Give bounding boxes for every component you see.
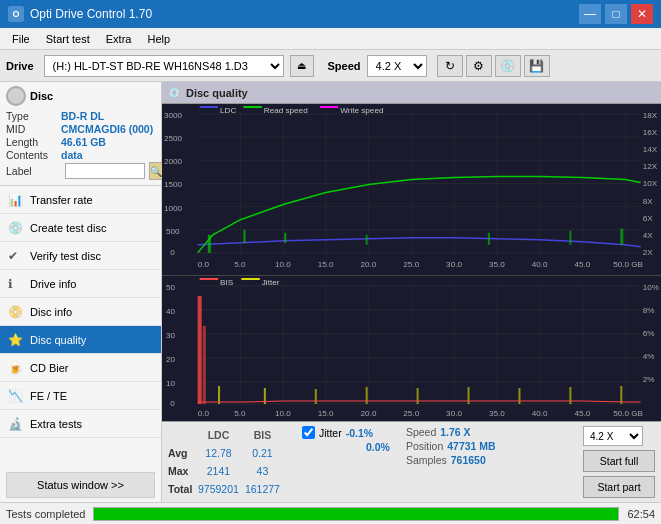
sidebar-item-extra-tests[interactable]: 🔬 Extra tests — [0, 410, 161, 438]
verify-test-icon: ✔ — [8, 249, 24, 263]
max-bis: 43 — [245, 462, 286, 480]
svg-text:10%: 10% — [643, 283, 659, 292]
sidebar-item-label: Drive info — [30, 278, 76, 290]
sidebar-item-verify-test-disc[interactable]: ✔ Verify test disc — [0, 242, 161, 270]
menu-help[interactable]: Help — [139, 31, 178, 47]
svg-text:BIS: BIS — [220, 278, 233, 287]
disc-label-label: Label — [6, 165, 61, 177]
svg-text:3000: 3000 — [164, 111, 183, 120]
samples-row: Samples 761650 — [406, 454, 496, 466]
position-label: Position — [406, 440, 443, 452]
menu-file[interactable]: File — [4, 31, 38, 47]
speed-select[interactable]: 4.2 X — [367, 55, 427, 77]
sidebar-item-label: Transfer rate — [30, 194, 93, 206]
sidebar-item-disc-info[interactable]: 📀 Disc info — [0, 298, 161, 326]
svg-rect-52 — [200, 106, 218, 108]
sidebar-item-cd-bier[interactable]: 🍺 CD Bier — [0, 354, 161, 382]
disc-panel-title: Disc — [30, 90, 53, 102]
sidebar-item-transfer-rate[interactable]: 📊 Transfer rate — [0, 186, 161, 214]
svg-text:4X: 4X — [643, 231, 654, 240]
start-part-button[interactable]: Start part — [583, 476, 655, 498]
svg-text:50.0 GB: 50.0 GB — [613, 260, 643, 269]
sidebar-item-label: FE / TE — [30, 390, 67, 402]
svg-text:0.0: 0.0 — [198, 260, 210, 269]
sidebar: Disc Type BD-R DL MID CMCMAGDI6 (000) Le… — [0, 82, 162, 502]
maximize-button[interactable]: □ — [605, 4, 627, 24]
jitter-speed-panel: Jitter -0.1% 0.0% — [302, 426, 390, 498]
svg-rect-75 — [198, 296, 202, 404]
start-full-button[interactable]: Start full — [583, 450, 655, 472]
nav-items: 📊 Transfer rate 💿 Create test disc ✔ Ver… — [0, 186, 161, 438]
label-search-button[interactable]: 🔍 — [149, 162, 163, 180]
eject-button[interactable]: ⏏ — [290, 55, 314, 77]
total-ldc: 9759201 — [198, 480, 245, 498]
drive-select[interactable]: (H:) HL-DT-ST BD-RE WH16NS48 1.D3 — [44, 55, 284, 77]
title-bar-left: O Opti Drive Control 1.70 — [8, 6, 152, 22]
svg-text:10.0: 10.0 — [275, 260, 291, 269]
svg-text:30: 30 — [166, 331, 176, 340]
disc-quality-icon: ⭐ — [8, 333, 24, 347]
ldc-header: LDC — [198, 426, 245, 444]
svg-text:1000: 1000 — [164, 204, 183, 213]
speed-val-label: Speed — [406, 426, 436, 438]
disc-length-value: 46.61 GB — [61, 136, 106, 148]
close-button[interactable]: ✕ — [631, 4, 653, 24]
sidebar-item-disc-quality[interactable]: ⭐ Disc quality — [0, 326, 161, 354]
svg-text:25.0: 25.0 — [403, 260, 419, 269]
status-window-button[interactable]: Status window >> — [6, 472, 155, 498]
svg-text:6X: 6X — [643, 214, 654, 223]
svg-text:15.0: 15.0 — [318, 260, 334, 269]
top-chart-svg: 3000 2500 2000 1500 1000 500 0 18X 16X 1… — [162, 104, 661, 275]
progress-bar — [93, 507, 619, 521]
svg-text:20.0: 20.0 — [361, 260, 377, 269]
test-speed-select[interactable]: 4.2 X — [583, 426, 643, 446]
svg-text:0.0: 0.0 — [198, 409, 210, 418]
svg-text:Jitter: Jitter — [262, 278, 280, 287]
disc-length-label: Length — [6, 136, 61, 148]
svg-text:0: 0 — [170, 399, 175, 408]
svg-text:12X: 12X — [643, 162, 658, 171]
jitter-checkbox[interactable] — [302, 426, 315, 439]
svg-text:30.0: 30.0 — [446, 409, 462, 418]
svg-text:45.0: 45.0 — [574, 409, 590, 418]
minimize-button[interactable]: — — [579, 4, 601, 24]
svg-text:40: 40 — [166, 307, 176, 316]
transfer-rate-icon: 📊 — [8, 193, 24, 207]
svg-rect-18 — [208, 235, 211, 253]
title-bar: O Opti Drive Control 1.70 — □ ✕ — [0, 0, 661, 28]
save-button[interactable]: 💾 — [524, 55, 550, 77]
disc-type-value: BD-R DL — [61, 110, 104, 122]
svg-text:40.0: 40.0 — [532, 260, 548, 269]
svg-rect-19 — [243, 230, 245, 243]
svg-text:4%: 4% — [643, 352, 655, 361]
cd-bier-icon: 🍺 — [8, 361, 24, 375]
sidebar-bottom: Status window >> — [0, 468, 161, 502]
disc-quality-header: 💿 Disc quality — [162, 82, 661, 104]
status-time: 62:54 — [627, 508, 655, 520]
action-buttons: 4.2 X Start full Start part — [583, 426, 655, 498]
status-bar: Tests completed 62:54 — [0, 502, 661, 524]
disc-label-row: Label 🔍 — [6, 162, 155, 180]
svg-rect-77 — [218, 386, 220, 404]
settings-button[interactable]: ⚙ — [466, 55, 492, 77]
sidebar-item-label: Verify test disc — [30, 250, 101, 262]
svg-text:6%: 6% — [643, 329, 655, 338]
sidebar-item-label: Disc quality — [30, 334, 86, 346]
svg-text:Write speed: Write speed — [340, 106, 383, 115]
sidebar-item-drive-info[interactable]: ℹ Drive info — [0, 270, 161, 298]
position-row: Position 47731 MB — [406, 440, 496, 452]
svg-text:45.0: 45.0 — [574, 260, 590, 269]
svg-rect-83 — [518, 388, 520, 404]
menu-extra[interactable]: Extra — [98, 31, 140, 47]
disc-label-input[interactable] — [65, 163, 145, 179]
app-icon: O — [8, 6, 24, 22]
charts-wrapper: 3000 2500 2000 1500 1000 500 0 18X 16X 1… — [162, 104, 661, 421]
refresh-button[interactable]: ↻ — [437, 55, 463, 77]
svg-rect-22 — [488, 233, 490, 245]
sidebar-item-fe-te[interactable]: 📉 FE / TE — [0, 382, 161, 410]
svg-text:LDC: LDC — [220, 106, 236, 115]
menu-start-test[interactable]: Start test — [38, 31, 98, 47]
speed-value: 1.76 X — [440, 426, 470, 438]
disc-button[interactable]: 💿 — [495, 55, 521, 77]
sidebar-item-create-test-disc[interactable]: 💿 Create test disc — [0, 214, 161, 242]
